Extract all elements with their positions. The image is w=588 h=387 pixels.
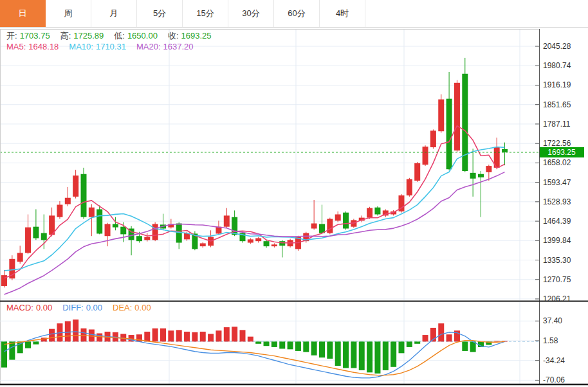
macd-axis-label: 37.40 — [543, 316, 562, 325]
macd-histogram-bar — [240, 330, 246, 341]
price-axis-label: 1206.21 — [543, 294, 571, 303]
candlestick — [470, 173, 476, 179]
legend-item: 收:1693.25 — [168, 31, 214, 40]
macd-axis-label: -70.06 — [543, 375, 565, 384]
legend-item: DIFF:0.00 — [62, 303, 105, 312]
macd-histogram-bar — [351, 341, 356, 368]
macd-histogram-bar — [184, 332, 190, 341]
ohlc-legend: 开:1703.75高:1725.89低:1650.00收:1693.25 — [6, 30, 222, 42]
macd-histogram-bar — [81, 328, 87, 342]
macd-histogram-bar — [423, 335, 428, 341]
macd-histogram-bar — [9, 341, 15, 359]
macd-histogram-bar — [359, 341, 365, 370]
legend-label: MA20: — [136, 42, 161, 51]
macd-histogram-bar — [438, 323, 444, 341]
price-axis-label: 1722.56 — [543, 139, 571, 148]
main-chart-panel: 2045.281980.741916.191851.651787.111722.… — [0, 29, 588, 385]
tab-60分[interactable]: 60分 — [274, 0, 320, 27]
candlestick — [311, 224, 317, 229]
candlestick — [96, 210, 102, 234]
macd-histogram-bar — [399, 341, 405, 353]
legend-item: MA20:1637.20 — [136, 42, 196, 51]
candlestick — [343, 213, 349, 229]
candlestick — [248, 239, 253, 242]
price-axis-label: 1335.30 — [543, 256, 571, 265]
legend-value: 1693.25 — [181, 31, 212, 40]
macd-histogram-bar — [295, 341, 301, 351]
legend-value: 1650.00 — [127, 31, 158, 40]
macd-histogram-bar — [216, 330, 221, 341]
legend-label: 高: — [60, 31, 71, 40]
macd-axis-label: -34.24 — [543, 356, 565, 365]
legend-label: DEA: — [113, 303, 132, 312]
tab-4时[interactable]: 4时 — [320, 0, 365, 27]
legend-label: 收: — [168, 31, 179, 40]
legend-value: 1725.89 — [73, 31, 104, 40]
chart-canvas[interactable]: 2045.281980.741916.191851.651787.111722.… — [0, 0, 588, 387]
tab-5分[interactable]: 5分 — [137, 0, 183, 27]
candlestick — [446, 99, 452, 170]
legend-value: 1710.31 — [96, 42, 126, 51]
macd-histogram-bar — [319, 341, 325, 357]
macd-histogram-bar — [374, 341, 380, 374]
candlestick — [81, 174, 87, 217]
ma-legend: MA5:1648.18MA10:1710.31MA20:1637.20 — [6, 42, 204, 51]
macd-legend: MACD:0.00DIFF:0.00DEA:0.00 — [6, 303, 161, 312]
price-axis-label: 1851.65 — [543, 100, 571, 109]
candlestick — [136, 236, 142, 241]
macd-histogram-bar — [414, 341, 420, 343]
candlestick — [113, 224, 118, 227]
candlestick — [438, 100, 444, 132]
candlestick — [279, 241, 285, 246]
macd-histogram-bar — [1, 341, 7, 367]
candlestick — [430, 130, 436, 147]
candlestick — [502, 149, 508, 152]
ma20-line — [5, 172, 505, 295]
legend-item: 开:1703.75 — [6, 31, 53, 40]
macd-histogram-bar — [65, 321, 71, 342]
macd-histogram-bar — [311, 341, 317, 355]
macd-histogram-bar — [49, 329, 55, 342]
candlestick — [367, 208, 372, 218]
price-axis-label: 1658.02 — [543, 158, 571, 167]
legend-label: 低: — [114, 31, 125, 40]
macd-histogram-bar — [462, 341, 468, 351]
macd-histogram-bar — [303, 341, 309, 352]
price-axis-label: 1593.47 — [543, 178, 571, 187]
tab-周[interactable]: 周 — [46, 0, 91, 27]
macd-histogram-bar — [279, 341, 285, 348]
legend-item: 低:1650.00 — [114, 31, 160, 40]
macd-histogram-bar — [96, 333, 102, 341]
macd-histogram-bar — [73, 320, 78, 341]
legend-value: 1637.20 — [163, 42, 194, 51]
candlestick — [478, 174, 484, 177]
current-price-label: 1693.25 — [547, 148, 576, 157]
macd-histogram-bar — [144, 332, 150, 341]
candlestick — [486, 166, 492, 172]
candlestick — [152, 224, 158, 240]
macd-histogram-bar — [335, 341, 341, 366]
candlestick — [327, 219, 333, 233]
tab-日[interactable]: 日 — [0, 0, 46, 27]
macd-histogram-bar — [367, 341, 372, 372]
tab-30分[interactable]: 30分 — [228, 0, 274, 27]
tab-月[interactable]: 月 — [91, 0, 137, 27]
candlestick — [335, 214, 341, 221]
price-axis-label: 1528.93 — [543, 197, 571, 206]
candlestick — [105, 224, 111, 236]
legend-value: 1648.18 — [28, 42, 59, 51]
macd-histogram-bar — [494, 341, 500, 341]
macd-histogram-bar — [288, 341, 293, 349]
macd-panel: 37.401.58-34.24-70.06 — [0, 302, 588, 384]
candlestick — [271, 244, 277, 246]
candlestick — [17, 253, 23, 262]
candlestick — [224, 215, 230, 226]
candlestick — [1, 275, 7, 286]
price-axis-label: 1980.74 — [543, 61, 571, 70]
price-axis-label: 1399.84 — [543, 236, 571, 245]
macd-histogram-bar — [264, 341, 270, 346]
tab-15分[interactable]: 15分 — [183, 0, 228, 27]
legend-item: DEA:0.00 — [113, 303, 154, 312]
diff-line — [5, 332, 505, 378]
macd-histogram-bar — [160, 328, 166, 342]
